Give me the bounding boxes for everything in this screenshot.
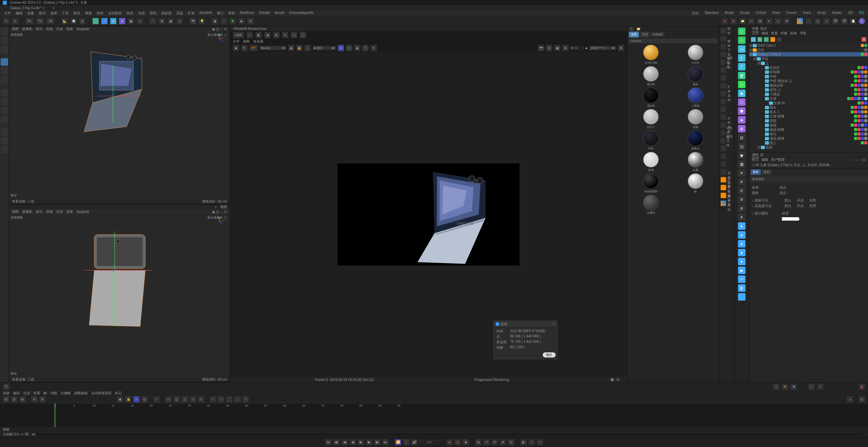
gen-1[interactable]: ⬢ xyxy=(110,18,117,25)
rv-t1[interactable]: ◉ xyxy=(288,45,295,51)
rvis-default[interactable]: 默认 xyxy=(782,204,794,208)
tl-b3[interactable]: ⚙ xyxy=(790,383,797,390)
tl-b2[interactable]: ☀ xyxy=(782,383,788,390)
obj-ic-1[interactable]: ◻ xyxy=(751,37,756,42)
prim-spline[interactable]: 〰 xyxy=(101,18,108,25)
scale-input[interactable] xyxy=(570,46,584,50)
strip-icon-18[interactable]: # xyxy=(738,187,746,194)
r-3[interactable]: 📁 xyxy=(739,18,746,25)
autokey[interactable]: ◇ xyxy=(455,439,461,445)
cmd-10[interactable] xyxy=(720,106,733,113)
vp-nav-icons[interactable]: ◉ ◫ ↔ ⟳ xyxy=(212,210,227,214)
menu-选择[interactable]: 选择 xyxy=(50,11,57,16)
vpmenu-面板[interactable]: 面板 xyxy=(66,27,73,31)
vpmenu-过滤[interactable]: 过滤 xyxy=(56,209,63,214)
obj-听筒网[interactable]: 听筒网 xyxy=(749,70,868,74)
mat-tab-nolayer[interactable]: 无层 xyxy=(640,32,650,37)
attr-tab-coord[interactable]: 坐标 xyxy=(761,169,772,175)
strip-icon-1[interactable]: ◇ xyxy=(738,36,746,44)
material-小液晶[interactable]: 小液晶 xyxy=(674,87,717,108)
tl-t10[interactable]: ↔ xyxy=(153,396,160,403)
layout-Script[interactable]: Script xyxy=(817,11,826,16)
tl-t3[interactable]: ⊞ xyxy=(19,396,26,403)
field-icon[interactable]: ◉ xyxy=(167,18,174,25)
strip-icon-17[interactable]: # xyxy=(738,178,746,186)
rvmenu-视图[interactable]: 视图 xyxy=(243,39,250,44)
r-8[interactable]: 👁 xyxy=(783,18,790,25)
strip-icon-11[interactable]: ⊞ xyxy=(738,125,746,132)
pb-1[interactable]: ⊕ xyxy=(475,439,481,445)
tlmenu-函数曲线[interactable]: 函数曲线 xyxy=(74,391,88,396)
attr-nav[interactable]: ← → ↑ ⊡ xyxy=(851,158,865,162)
vpmenu-摄像机[interactable]: 摄像机 xyxy=(22,209,32,214)
vpmenu-面板[interactable]: 面板 xyxy=(66,209,73,214)
new-tab-button[interactable]: + xyxy=(49,6,58,10)
r-9[interactable]: ✱ xyxy=(797,18,803,25)
obj-主屏-内[interactable]: 主屏-内 xyxy=(749,101,868,105)
pb-3[interactable]: ⟳ xyxy=(492,439,498,445)
light-icon[interactable]: 💡 xyxy=(198,18,205,25)
next-frame[interactable]: ▶ xyxy=(366,439,372,445)
vpmenu-显示[interactable]: 显示 xyxy=(36,27,43,31)
tl-t13[interactable]: △ xyxy=(181,396,188,403)
rv-1[interactable]: ⬚ xyxy=(246,32,253,38)
strip-icon-16[interactable]: # xyxy=(738,169,746,177)
tl-t15[interactable]: ▽ xyxy=(198,396,204,403)
goto-start[interactable]: ⏮ xyxy=(325,439,331,445)
vpmenu-显示[interactable]: 显示 xyxy=(36,209,43,214)
rvmenu-文件[interactable]: 文件 xyxy=(233,39,240,44)
r-5[interactable]: ▥ xyxy=(757,18,764,25)
tl-t19[interactable]: ⌣ xyxy=(234,396,241,403)
material-金属[interactable]: 金属 xyxy=(674,152,717,172)
tl-t1[interactable]: ⊟ xyxy=(3,396,10,403)
strip-icon-20[interactable]: # xyxy=(738,205,746,212)
obj-镜头[interactable]: 镜头 xyxy=(749,105,868,110)
lt-sel-4[interactable] xyxy=(1,115,8,123)
tab-objects[interactable]: 对象 xyxy=(752,26,759,31)
tl-t16[interactable]: / xyxy=(210,396,216,403)
rv-t11[interactable]: ▣ xyxy=(554,45,561,51)
play-fwd[interactable]: ▶ xyxy=(358,439,364,445)
obj-ic-5[interactable]: ◇ xyxy=(776,37,782,42)
mograph-icon[interactable]: ⬡ xyxy=(176,18,183,25)
lt-3[interactable] xyxy=(1,45,8,53)
vpmenu-摄像机[interactable]: 摄像机 xyxy=(22,27,32,31)
lt-mode-1[interactable] xyxy=(1,128,8,136)
tl-mode[interactable]: ☰ xyxy=(3,383,10,390)
rv-t9[interactable]: 📷 xyxy=(538,45,544,51)
objmenu-标签[interactable]: 标签 xyxy=(790,31,797,36)
gen-3[interactable]: ▣ xyxy=(128,18,134,25)
axis-y[interactable]: Y▾ xyxy=(36,18,45,25)
obj-中框[interactable]: 中框 xyxy=(749,74,868,79)
strip-icon-23[interactable]: ● xyxy=(738,231,746,239)
material-补光灯球B[interactable]: 补光灯球B xyxy=(629,45,673,65)
layout-Model[interactable]: Model xyxy=(724,11,734,16)
menu-窗口[interactable]: 窗口 xyxy=(217,11,224,16)
object-tree[interactable]: ⊟Orbit Cam.1⊟灯光⊟Galaxy Z Flip 6⊟开合⊟上补光灯听… xyxy=(749,43,868,152)
r-11[interactable]: ◫ xyxy=(814,18,821,25)
cmd-14[interactable]: 旋转法线… xyxy=(720,137,733,144)
frame-input[interactable] xyxy=(420,440,440,444)
vpmenu-视图[interactable]: 视图 xyxy=(12,209,19,214)
material-后壳下[interactable]: 后壳下 xyxy=(629,109,673,129)
tl-t2[interactable]: ⊡ xyxy=(11,396,18,403)
particle-icon[interactable]: ∴ xyxy=(220,18,227,25)
material-补光灯[interactable]: 补光灯 xyxy=(674,45,717,65)
material-高亮黑塑料[interactable]: 高亮黑塑料 xyxy=(629,173,673,193)
menu-样条[interactable]: 样条 xyxy=(73,11,80,16)
material-银[interactable]: 银 xyxy=(674,173,717,193)
objmenu-编辑[interactable]: 编辑 xyxy=(761,31,768,36)
cmd-22[interactable]: 增长选择 xyxy=(720,200,733,207)
strip-icon-29[interactable]: 🗑 xyxy=(738,284,746,292)
menu-模式[interactable]: 模式 xyxy=(39,11,46,16)
obj-液晶-前膜[interactable]: 液晶-前膜 xyxy=(749,127,868,132)
obj-补光灯[interactable]: 补光灯 xyxy=(749,65,868,70)
lt-sel-1[interactable] xyxy=(1,89,8,96)
objmenu-文件[interactable]: 文件 xyxy=(752,31,759,36)
obj-液晶-玻璃[interactable]: 液晶-玻璃 xyxy=(749,136,868,141)
r-1[interactable]: ⬇ xyxy=(721,18,728,25)
obj-ic-4[interactable]: ● xyxy=(770,37,775,42)
rv-3[interactable]: ◑ xyxy=(264,32,271,38)
material-通信条[interactable]: 通信条 xyxy=(629,66,673,86)
rv-t3[interactable]: ⬚ xyxy=(304,45,311,51)
